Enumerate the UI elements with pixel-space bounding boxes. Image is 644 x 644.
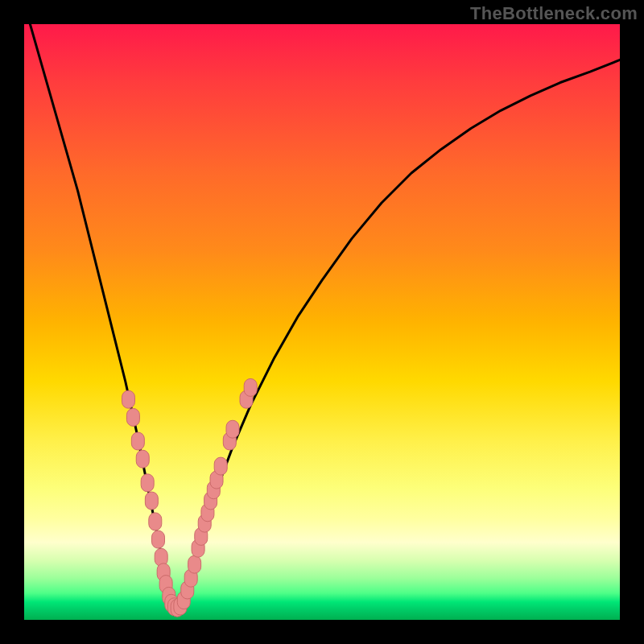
data-marker bbox=[188, 555, 201, 573]
chart-frame: TheBottleneck.com bbox=[0, 0, 644, 644]
data-marker bbox=[122, 390, 135, 408]
plot-area bbox=[24, 24, 620, 620]
data-marker bbox=[136, 450, 149, 468]
data-marker bbox=[126, 408, 139, 426]
data-marker bbox=[152, 530, 165, 548]
data-marker bbox=[214, 457, 227, 475]
data-marker bbox=[131, 432, 144, 450]
data-marker bbox=[244, 378, 257, 396]
curve-layer bbox=[24, 24, 620, 620]
data-marker bbox=[226, 420, 239, 438]
data-marker bbox=[145, 492, 158, 510]
data-marker bbox=[141, 474, 154, 492]
watermark-text: TheBottleneck.com bbox=[470, 3, 638, 24]
data-marker bbox=[149, 513, 162, 530]
bottleneck-curve bbox=[30, 24, 620, 608]
